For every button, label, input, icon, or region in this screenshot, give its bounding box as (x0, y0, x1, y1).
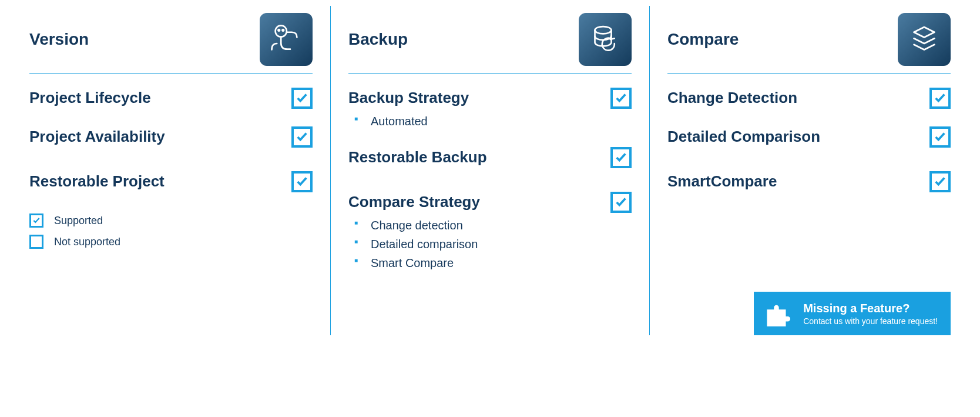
feature-label: Detailed Comparison (667, 126, 820, 146)
feature-item: Change Detection (667, 88, 951, 109)
column-backup: Backup Backup Strategy Automated (330, 6, 649, 335)
layers-icon (898, 13, 951, 66)
robot-icon (260, 13, 313, 66)
feature-item: Project Availability (29, 126, 313, 148)
feature-subitems: Automated (348, 112, 469, 131)
feature-item: Project Lifecycle (29, 88, 313, 109)
checkbox-checked-icon (929, 171, 951, 192)
checkbox-checked-icon (291, 126, 313, 148)
svg-point-1 (278, 29, 280, 31)
checkbox-checked-icon (929, 126, 951, 148)
column-title: Backup (348, 30, 408, 49)
legend-label: Supported (54, 215, 103, 227)
columns: Version Project Lifecycle Project (12, 6, 968, 335)
legend: Supported Not supported (29, 213, 313, 249)
feature-label: SmartCompare (667, 171, 777, 191)
list-item: Change detection (354, 216, 480, 235)
feature-label: Restorable Project (29, 171, 165, 191)
checkbox-checked-icon (610, 147, 632, 168)
checkbox-checked-icon (291, 171, 313, 192)
feature-item: Restorable Project (29, 171, 313, 192)
legend-row-not-supported: Not supported (29, 235, 313, 249)
checkbox-checked-icon (610, 192, 632, 213)
column-header: Version (29, 6, 313, 74)
column-title: Version (29, 30, 89, 49)
database-restore-icon (579, 13, 632, 66)
cta-text: Missing a Feature? Contact us with your … (803, 302, 938, 326)
feature-label: Backup Strategy (348, 88, 469, 107)
checkbox-checked-icon (929, 88, 951, 109)
column-header: Backup (348, 6, 632, 74)
column-version: Version Project Lifecycle Project (12, 6, 330, 335)
feature-request-button[interactable]: Missing a Feature? Contact us with your … (754, 292, 951, 335)
legend-label: Not supported (54, 236, 120, 248)
feature-label: Change Detection (667, 88, 797, 107)
feature-subitems: Change detection Detailed comparison Sma… (348, 216, 480, 272)
list-item: Smart Compare (354, 253, 480, 272)
checkbox-checked-icon (610, 88, 632, 109)
feature-item: Backup Strategy Automated (348, 88, 632, 131)
feature-label: Restorable Backup (348, 147, 487, 166)
svg-point-2 (282, 29, 284, 31)
column-title: Compare (667, 30, 739, 49)
checkbox-checked-icon (29, 213, 43, 228)
feature-label: Compare Strategy (348, 192, 480, 211)
puzzle-icon (762, 298, 794, 329)
list-item: Detailed comparison (354, 235, 480, 253)
checkbox-checked-icon (291, 88, 313, 109)
feature-item: Detailed Comparison (667, 126, 951, 148)
feature-item: SmartCompare (667, 171, 951, 192)
feature-item: Compare Strategy Change detection Detail… (348, 192, 632, 272)
column-header: Compare (667, 6, 951, 74)
cta-title: Missing a Feature? (803, 302, 938, 315)
legend-row-supported: Supported (29, 213, 313, 228)
list-item: Automated (354, 112, 469, 131)
column-compare: Compare Change Detection Detailed Compar… (649, 6, 968, 335)
feature-item: Restorable Backup (348, 147, 632, 168)
checkbox-unchecked-icon (29, 235, 43, 249)
svg-point-0 (276, 25, 287, 36)
feature-label: Project Lifecycle (29, 88, 151, 107)
cta-subtitle: Contact us with your feature request! (803, 316, 938, 326)
feature-label: Project Availability (29, 126, 165, 146)
svg-point-3 (595, 26, 612, 34)
